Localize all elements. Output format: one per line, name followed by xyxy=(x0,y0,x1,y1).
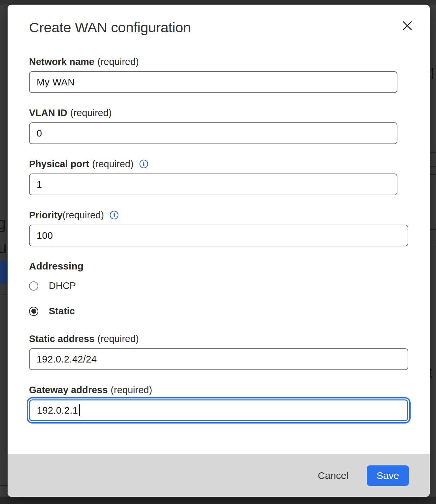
info-icon[interactable]: i xyxy=(110,211,118,219)
background-divider xyxy=(430,246,436,246)
overlay-bottom-strip xyxy=(0,497,436,504)
background-button-fragment xyxy=(0,261,7,284)
save-button[interactable]: Save xyxy=(367,465,409,486)
background-text-fragment xyxy=(432,68,433,79)
radio-unselected-icon[interactable] xyxy=(29,281,38,291)
radio-selected-icon[interactable] xyxy=(29,307,38,316)
network-name-label: Network name (required) xyxy=(29,56,416,67)
network-name-input[interactable]: My WAN xyxy=(29,71,397,93)
radio-option-static[interactable]: Static xyxy=(29,306,416,317)
static-address-label: Static address (required) xyxy=(29,333,416,344)
required-hint: (required) xyxy=(97,333,139,344)
overlay-top-strip xyxy=(0,0,436,5)
radio-option-dhcp[interactable]: DHCP xyxy=(29,280,416,291)
physical-port-label: Physical port (required) i xyxy=(29,158,416,170)
dialog-footer: Cancel Save xyxy=(8,454,430,497)
radio-label: Static xyxy=(49,306,75,317)
background-text-fragment: g xyxy=(0,214,6,233)
required-hint: (required) xyxy=(70,107,112,118)
physical-port-input[interactable]: 1 xyxy=(29,173,397,195)
addressing-heading: Addressing xyxy=(29,261,416,272)
close-button[interactable] xyxy=(399,18,416,34)
gateway-address-label: Gateway address (required) xyxy=(29,384,416,395)
background-divider xyxy=(430,174,436,175)
required-hint: (required) xyxy=(111,384,152,395)
required-hint: (required) xyxy=(92,158,134,170)
create-wan-configuration-dialog: Create WAN configuration Network name (r… xyxy=(8,5,430,497)
static-address-input[interactable]: 192.0.2.42/24 xyxy=(29,348,408,370)
close-icon xyxy=(402,21,412,32)
radio-label: DHCP xyxy=(49,280,76,291)
background-divider xyxy=(430,229,436,230)
background-divider xyxy=(430,152,436,153)
priority-label: Priority (required) i xyxy=(29,209,416,221)
cancel-button[interactable]: Cancel xyxy=(316,467,351,485)
background-text-fragment: u xyxy=(0,238,7,257)
gateway-address-input[interactable]: 192.0.2.1 xyxy=(29,399,408,421)
vlan-id-label: VLAN ID (required) xyxy=(29,107,416,118)
priority-input[interactable]: 100 xyxy=(29,225,408,246)
info-icon[interactable]: i xyxy=(140,160,148,168)
required-hint: (required) xyxy=(97,56,139,67)
text-cursor xyxy=(79,404,80,416)
vlan-id-input[interactable]: 0 xyxy=(29,122,397,144)
background-divider xyxy=(430,166,436,167)
required-hint: (required) xyxy=(63,209,104,221)
background-divider xyxy=(0,485,8,486)
background-divider xyxy=(0,295,8,295)
dialog-title: Create WAN configuration xyxy=(29,19,416,36)
